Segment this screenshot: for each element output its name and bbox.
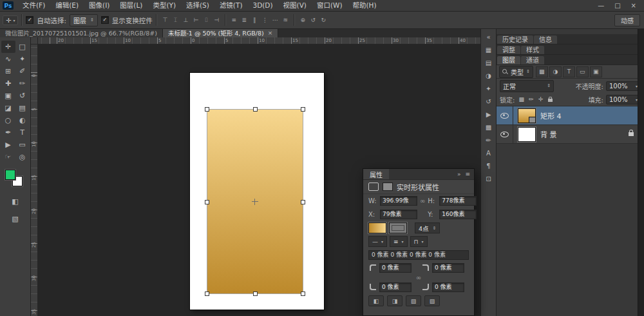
adjustments-panel-icon[interactable]: ◑ [482,70,495,81]
align-left-edges-icon[interactable]: ⊢ [191,15,201,26]
y-input[interactable]: 160像素 [439,210,477,219]
panel-scrollbar[interactable] [638,29,644,316]
panel-tab-历史记录[interactable]: 历史记录 [497,35,533,44]
document-canvas[interactable] [190,73,324,310]
spot-healing-brush-tool[interactable]: ✚ [1,77,15,90]
brush-tool[interactable]: ✏ [15,77,30,90]
distribute-vertical-centers-icon[interactable]: ≣ [240,15,249,26]
move-tool[interactable]: ✛ [1,41,15,53]
transform-handle-middle-right[interactable] [301,200,305,204]
paragraph-panel-icon[interactable]: ¶ [482,160,495,172]
dodge-tool[interactable]: ◐ [15,114,30,126]
link-dimensions-icon[interactable]: ∞ [420,197,425,204]
distribute-right-edges-icon[interactable]: ≋ [281,15,290,26]
transform-handle-middle-left[interactable] [205,200,209,204]
menu-item[interactable]: 选择(S) [181,0,214,11]
panel-menu-icon[interactable]: ≡ [465,171,470,177]
corner-radius-bottom-right-input[interactable]: 0 像素 [432,282,464,292]
layer-thumbnail[interactable] [518,127,536,142]
swatches-panel-icon[interactable]: ▤ [482,57,495,68]
align-vertical-centers-icon[interactable]: ⌶ [171,15,180,26]
layer-row[interactable]: 背 景 [497,125,644,144]
stroke-caps-select[interactable]: ⊓▾ [410,236,428,247]
panel-tab-通道[interactable]: 通道 [521,56,544,64]
rotate-view-left-icon[interactable]: ↺ [308,15,318,26]
clone-stamp-tool[interactable]: ▣ [1,90,15,102]
collapse-to-icons-icon[interactable]: » [457,171,461,177]
layer-thumbnail[interactable] [518,108,536,123]
layer-row[interactable]: 矩形 4 [497,106,644,125]
x-input[interactable]: 79像素 [380,210,417,219]
lock-position-icon[interactable]: ✛ [536,95,545,104]
crop-tool[interactable]: ⊞ [1,65,15,77]
expand-panels-icon[interactable]: « [482,31,495,43]
history-brush-tool[interactable]: ↺ [15,90,30,102]
tool-preset-button[interactable]: ✛ ▾ [3,15,18,25]
distribute-bottom-edges-icon[interactable]: ∥ [250,15,260,26]
blur-tool[interactable]: ○ [1,114,15,126]
actions-panel-icon[interactable]: ▶ [482,108,495,120]
horizontal-type-tool[interactable]: T [15,126,30,139]
shape-layer-rectangle[interactable] [207,110,303,293]
menu-item[interactable]: 图层(L) [115,0,147,11]
corner-radius-bottom-left-input[interactable]: 0 像素 [379,282,412,292]
filter-type-layers-icon[interactable]: T [563,66,575,77]
quick-mask-mode-icon[interactable]: ◧ [12,195,18,208]
transform-handle-top-right[interactable] [301,107,305,112]
menu-item[interactable]: 视图(V) [278,0,312,11]
stroke-align-select[interactable]: ≡▾ [390,236,408,247]
lock-pixels-icon[interactable]: ✏ [527,95,535,104]
filter-smart-objects-icon[interactable]: ▣ [590,66,602,77]
pen-tool[interactable]: ✒ [1,126,15,139]
props-op-3-icon[interactable]: ▧ [406,295,421,306]
restore-button[interactable]: □ [614,0,620,11]
transform-handle-bottom-middle[interactable] [253,291,258,296]
align-top-edges-icon[interactable]: ⊤ [160,15,170,26]
layer-filter-type-select[interactable]: 类型 ⇕ [499,66,533,78]
panel-tab-图层[interactable]: 图层 [497,56,520,64]
transform-handle-bottom-left[interactable] [205,291,209,296]
props-op-2-icon[interactable]: ◨ [387,295,402,306]
corner-radius-top-right-input[interactable]: 0 像素 [432,263,464,273]
auto-select-checkbox[interactable]: ✓ [26,16,33,24]
document-tab[interactable]: 未标题-1 @ 50% (矩形 4, RGB/8)× [163,29,278,37]
close-button[interactable]: × [631,0,636,11]
transform-handle-top-left[interactable] [205,107,209,112]
tab-properties[interactable]: 属性 [363,169,389,179]
transform-handle-top-middle[interactable] [253,107,258,112]
show-transform-checkbox[interactable]: ✓ [101,16,109,24]
panel-tab-调整[interactable]: 调整 [497,46,520,54]
stroke-color-swatch[interactable] [389,222,407,233]
gradient-tool[interactable]: ▤ [15,102,30,114]
menu-item[interactable]: 窗口(W) [312,0,348,11]
screen-mode-icon[interactable]: ▧ [12,213,18,225]
quick-selection-tool[interactable]: ✦ [15,53,30,65]
lock-transparency-icon[interactable]: ▩ [517,95,526,104]
transform-handle-bottom-right[interactable] [301,291,305,296]
menu-item[interactable]: 编辑(E) [50,0,84,11]
blend-mode-select[interactable]: 正常 ⇕ [500,80,554,92]
panel-tab-样式[interactable]: 样式 [521,46,544,54]
visibility-toggle[interactable] [497,106,513,124]
document-tab[interactable]: 微信图片_20170725101501.jpg @ 66.7%(RGB/8#) [0,29,163,37]
panel-tab-信息[interactable]: 信息 [534,35,557,44]
color-panel-icon[interactable]: ▦ [482,44,495,55]
rectangular-marquee-tool[interactable]: □ [15,41,30,53]
history-panel-icon[interactable]: ↺ [482,95,495,107]
minimize-button[interactable]: — [598,0,604,11]
opacity-select[interactable]: 100% ▾ [606,81,641,91]
menu-item[interactable]: 帮助(H) [348,0,382,11]
distribute-left-edges-icon[interactable]: ⋮ [260,15,270,26]
menu-item[interactable]: 文件(F) [17,0,50,11]
props-op-1-icon[interactable]: ◧ [368,295,384,306]
eraser-tool[interactable]: ◪ [1,102,15,114]
path-selection-tool[interactable]: ▶ [1,139,15,151]
lock-all-icon[interactable] [546,95,554,104]
workspace-switcher[interactable]: 动感 [614,14,640,26]
width-input[interactable]: 396.99像 [380,196,417,206]
rotate-view-right-icon[interactable]: ↻ [319,15,328,26]
brush-panel-icon[interactable]: ✏ [482,134,495,146]
lasso-tool[interactable]: ∿ [1,53,15,65]
align-right-edges-icon[interactable]: ⊣ [212,15,222,26]
menu-item[interactable]: 类型(Y) [147,0,181,11]
